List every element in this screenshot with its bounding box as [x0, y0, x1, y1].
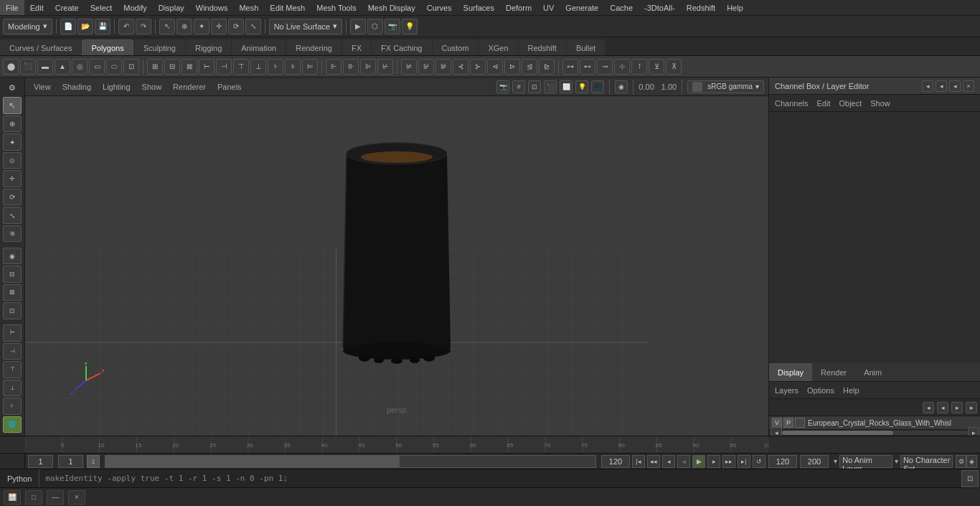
layer-next-btn[interactable]: ▸ [951, 402, 963, 413]
tab-xgen[interactable]: XGen [479, 39, 517, 55]
poly-cone-btn[interactable]: ▲ [55, 59, 70, 75]
shaded-btn[interactable]: ⬛ [544, 80, 557, 93]
deform1-btn[interactable]: ⊭ [401, 59, 417, 75]
workspace-dropdown[interactable]: Modeling ▾ [3, 19, 52, 34]
menu-uv[interactable]: UV [537, 0, 560, 15]
menu-deform[interactable]: Deform [500, 0, 537, 15]
snap5-btn[interactable]: ⊺ [631, 59, 647, 75]
layer-vis-btn[interactable]: V [772, 418, 782, 428]
lighting-menu[interactable]: Lighting [98, 83, 135, 91]
frame-indicator[interactable]: 1 [87, 455, 100, 468]
anim-extra-btn[interactable]: ◈ [966, 455, 977, 468]
menu-select[interactable]: Select [85, 0, 118, 15]
insert-btn[interactable]: ⊦ [268, 59, 283, 75]
step-forward-btn[interactable]: ▸ [707, 455, 720, 468]
frame-start-field[interactable] [28, 455, 53, 468]
poly-sphere-btn[interactable]: ⬤ [3, 59, 19, 75]
rotate-btn[interactable]: ⟳ [228, 19, 244, 34]
layer-prev-btn[interactable]: ◂ [923, 402, 934, 413]
poly-cube-btn[interactable]: ⬛ [20, 59, 36, 75]
object-menu[interactable]: Object [839, 99, 862, 108]
settings-btn[interactable]: ⚙ [4, 80, 21, 95]
tab-rigging[interactable]: Rigging [186, 39, 231, 55]
menu-help[interactable]: Help [721, 0, 749, 15]
geo-btn[interactable]: 🌐 [3, 416, 22, 433]
tab-polygons[interactable]: Polygons [82, 39, 133, 55]
loop-btn[interactable]: ↺ [753, 455, 765, 468]
range-end-field[interactable] [601, 455, 630, 468]
snap2-btn[interactable]: ⊷ [580, 59, 595, 75]
menu-surfaces[interactable]: Surfaces [458, 0, 500, 15]
live-surface-dropdown[interactable]: No Live Surface ▾ [269, 19, 342, 34]
play-back-btn[interactable]: ◃ [677, 455, 690, 468]
poly-plane-btn[interactable]: ▭ [89, 59, 105, 75]
frame-range-slider[interactable] [105, 455, 596, 468]
snap7-btn[interactable]: ⊼ [666, 59, 682, 75]
snap1-btn[interactable]: ⊶ [562, 59, 578, 75]
deform8-btn[interactable]: ⊴ [522, 59, 537, 75]
vp-isolate-btn[interactable]: ◉ [615, 80, 628, 93]
step-back-btn[interactable]: ◂ [662, 455, 675, 468]
menu-edit[interactable]: Edit [24, 0, 50, 15]
poly-torus-btn[interactable]: ◎ [72, 59, 88, 75]
layer-item[interactable]: V P European_Crystal_Rocks_Glass_With_Wh… [769, 416, 980, 430]
deform3-btn[interactable]: ⊯ [435, 59, 451, 75]
menu-mesh-display[interactable]: Mesh Display [362, 0, 421, 15]
render2-btn[interactable]: ⬡ [367, 19, 383, 34]
anim-layer-field[interactable]: No Anim Layer [839, 455, 892, 468]
menu-windows[interactable]: Windows [190, 0, 234, 15]
deform6-btn[interactable]: ⊲ [487, 59, 503, 75]
menu-3dtall[interactable]: -3DtoAll- [639, 0, 681, 15]
open-file-btn[interactable]: 📂 [77, 19, 93, 34]
light-btn[interactable]: 💡 [402, 19, 418, 34]
layers-options-item[interactable]: Options [807, 386, 834, 395]
tab-rendering[interactable]: Rendering [286, 39, 341, 55]
layer-next2-btn[interactable]: ▸ [966, 402, 977, 413]
paint-select-btn[interactable]: ✦ [3, 133, 22, 150]
scale-btn[interactable]: ⤡ [245, 19, 261, 34]
scroll-right-btn[interactable]: ▸ [968, 427, 979, 436]
poly-cyl-btn[interactable]: ▬ [37, 59, 53, 75]
cut-btn[interactable]: ⊥ [250, 59, 266, 75]
move-btn[interactable]: ✛ [211, 19, 227, 34]
play-forward-btn[interactable]: ▶ [692, 455, 705, 468]
mirror-btn[interactable]: ⊪ [343, 59, 359, 75]
right-panel-scrollbar[interactable]: ◂ ▸ [769, 430, 980, 436]
save-file-btn[interactable]: 💾 [95, 19, 110, 34]
channels-menu[interactable]: Channels [775, 99, 808, 108]
snap4-btn[interactable]: ⊹ [614, 59, 630, 75]
bridge-btn[interactable]: ⊟ [164, 59, 180, 75]
show-menu-cb[interactable]: Show [870, 99, 890, 108]
tab-sculpting[interactable]: Sculpting [134, 39, 185, 55]
lasso-btn[interactable]: ⊕ [176, 19, 192, 34]
undo-btn[interactable]: ↶ [118, 19, 134, 34]
soft-select-btn[interactable]: ◉ [3, 248, 22, 264]
max-frame-field[interactable] [800, 455, 829, 468]
smooth-btn[interactable]: ⊩ [326, 59, 341, 75]
merge-btn[interactable]: ⊢ [199, 59, 215, 75]
paint-btn[interactable]: ✦ [194, 19, 209, 34]
display-render-btn[interactable]: ⊣ [3, 343, 22, 360]
deform7-btn[interactable]: ⊳ [504, 59, 520, 75]
snap-curve-btn[interactable]: ⊠ [3, 284, 22, 301]
menu-mesh-tools[interactable]: Mesh Tools [311, 0, 362, 15]
win-icon-btn[interactable]: 🪟 [4, 490, 21, 505]
go-to-start-btn[interactable]: |◂ [632, 455, 645, 468]
snap-grid-btn[interactable]: ⊟ [3, 266, 22, 282]
panel-btn2[interactable]: ◂ [936, 80, 947, 92]
remesh-btn[interactable]: ⊬ [377, 59, 393, 75]
win-max-btn[interactable]: — [47, 490, 64, 505]
menu-generate[interactable]: Generate [560, 0, 604, 15]
wireframe-btn[interactable]: ⊥ [3, 380, 22, 396]
menu-redshift[interactable]: Redshift [681, 0, 721, 15]
scroll-left-btn[interactable]: ◂ [771, 427, 782, 436]
python-end-btn[interactable]: ⊡ [961, 470, 979, 487]
layers-menu-item[interactable]: Layers [775, 386, 798, 395]
menu-create[interactable]: Create [50, 0, 85, 15]
grid-btn[interactable]: # [512, 80, 525, 93]
panel-btn1[interactable]: ◂ [922, 80, 933, 92]
shading-menu[interactable]: Shading [58, 83, 95, 91]
split-btn[interactable]: ⊤ [233, 59, 249, 75]
display-tab[interactable]: Display [769, 363, 812, 381]
render-btn[interactable]: ▶ [350, 19, 366, 34]
